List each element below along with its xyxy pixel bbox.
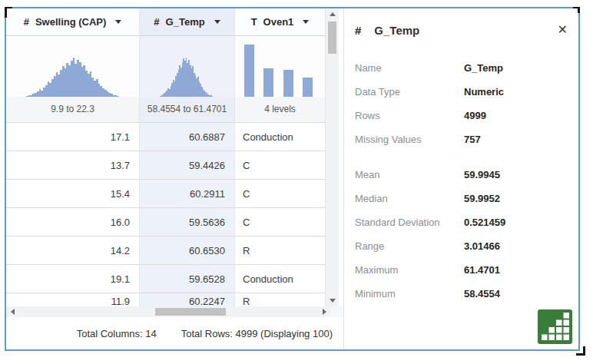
table-cell[interactable]: C: [235, 208, 325, 237]
horizontal-scroll-track[interactable]: [18, 306, 318, 317]
stat-group: NameG_TempData TypeNumericRows4999Missin…: [355, 56, 572, 151]
column-cells: ConductionCCCRConductionR: [235, 123, 325, 306]
stat-label: Data Type: [355, 86, 464, 98]
column-header[interactable]: #G_Temp: [140, 8, 234, 36]
histogram-chart-icon[interactable]: [538, 309, 572, 344]
column-header[interactable]: #Swelling (CAP): [6, 8, 139, 36]
table-cell[interactable]: 14.2: [6, 237, 139, 265]
column-range-label: 9.9 to 22.3: [6, 97, 139, 123]
text-type-icon: T: [251, 16, 257, 28]
column-label: Swelling (CAP): [35, 16, 106, 28]
crop-handle-top-left: [5, 7, 12, 18]
stat-label: Standard Deviation: [355, 217, 464, 228]
horizontal-scrollbar[interactable]: [6, 306, 343, 317]
stat-label: Range: [355, 240, 464, 252]
table-cell[interactable]: 15.4: [6, 180, 139, 208]
table-cell[interactable]: C: [235, 180, 325, 208]
table-cell[interactable]: 16.0: [6, 208, 139, 237]
down-triangle-icon: [330, 299, 336, 303]
scroll-up-arrow[interactable]: [326, 8, 339, 20]
column-histogram[interactable]: [235, 36, 325, 98]
histogram-bar: [283, 70, 293, 98]
panel-title: G_Temp: [374, 24, 419, 37]
column-histogram[interactable]: [140, 36, 234, 98]
column-label: Oven1: [263, 16, 294, 28]
stat-value: 4999: [464, 110, 486, 121]
stat-label: Mean: [355, 169, 464, 180]
stat-label: Maximum: [355, 264, 464, 276]
close-icon[interactable]: ✕: [558, 24, 568, 36]
stat-row: Mean59.9945: [355, 163, 572, 187]
table-cell[interactable]: 19.1: [6, 265, 139, 293]
table-cell[interactable]: 60.6530: [140, 237, 234, 265]
stat-value: Numeric: [464, 86, 504, 98]
column-detail-panel: # G_Temp ✕ NameG_TempData TypeNumericRow…: [343, 8, 578, 349]
table-cell[interactable]: 59.5636: [140, 208, 234, 237]
stat-value: 61.4701: [464, 264, 500, 276]
table-cell[interactable]: 13.7: [6, 151, 139, 180]
table-cell[interactable]: 59.6528: [140, 265, 234, 293]
stat-row: Range3.01466: [355, 234, 572, 258]
column-cells: 17.113.715.416.014.219.111.9: [6, 123, 139, 306]
stat-value: G_Temp: [464, 62, 503, 74]
app-window: #Swelling (CAP)9.9 to 22.317.113.715.416…: [0, 0, 593, 364]
grid-columns: #Swelling (CAP)9.9 to 22.317.113.715.416…: [6, 8, 326, 306]
stat-label: Name: [355, 62, 464, 74]
table-cell[interactable]: 11.9: [6, 293, 139, 306]
crop-handle-bottom-right: [576, 346, 585, 356]
column-g-temp: #G_Temp58.4554 to 61.470160.688759.44266…: [140, 8, 235, 306]
table-cell[interactable]: 60.2247: [140, 293, 234, 306]
status-bar: Total Columns: 14 Total Rows: 4999 (Disp…: [6, 317, 343, 349]
numeric-type-icon: #: [355, 24, 361, 37]
stat-row: NameG_Temp: [355, 56, 572, 80]
table-cell[interactable]: 60.2911: [140, 180, 234, 208]
stat-value: 59.9945: [464, 169, 500, 180]
left-triangle-icon: [11, 309, 15, 315]
table-cell[interactable]: Conduction: [235, 123, 325, 151]
scroll-left-arrow[interactable]: [6, 306, 18, 317]
table-cell[interactable]: 60.6887: [140, 123, 234, 151]
data-table-viewer: #Swelling (CAP)9.9 to 22.317.113.715.416…: [5, 7, 580, 351]
total-rows-label: Total Rows: 4999 (Displaying 100): [181, 328, 333, 339]
data-grid: #Swelling (CAP)9.9 to 22.317.113.715.416…: [6, 8, 343, 349]
table-cell[interactable]: R: [235, 237, 325, 265]
stat-value: 58.4554: [464, 288, 500, 299]
scroll-down-arrow[interactable]: [326, 295, 339, 306]
stat-row: Rows4999: [355, 104, 572, 127]
table-cell[interactable]: 17.1: [6, 123, 139, 151]
chevron-down-icon[interactable]: [115, 20, 121, 24]
vertical-scroll-track[interactable]: [326, 20, 339, 295]
table-cell[interactable]: R: [235, 293, 325, 306]
chevron-down-icon[interactable]: [303, 20, 309, 24]
stat-row: Standard Deviation0.521459: [355, 210, 572, 234]
numeric-type-icon: #: [154, 16, 159, 28]
column-header[interactable]: TOven1: [235, 8, 325, 36]
column-oven1: TOven14 levelsConductionCCCRConductionR: [235, 8, 326, 306]
histogram-bar: [244, 45, 254, 97]
stat-label: Median: [355, 193, 464, 204]
table-cell[interactable]: C: [235, 151, 325, 180]
horizontal-scroll-thumb[interactable]: [155, 308, 226, 316]
column-cells: 60.688759.442660.291159.563660.653059.65…: [140, 123, 234, 306]
stat-row: Missing Values757: [355, 127, 572, 151]
column-swelling-cap-: #Swelling (CAP)9.9 to 22.317.113.715.416…: [6, 8, 140, 306]
vertical-scroll-thumb[interactable]: [328, 22, 336, 54]
stat-label: Rows: [355, 110, 464, 121]
chevron-down-icon[interactable]: [214, 20, 220, 24]
table-cell[interactable]: 59.4426: [140, 151, 234, 180]
right-triangle-icon: [323, 309, 326, 315]
panel-header: # G_Temp ✕: [355, 21, 572, 39]
numeric-type-icon: #: [24, 16, 29, 28]
column-label: G_Temp: [166, 16, 205, 28]
stat-value: 59.9952: [464, 193, 500, 204]
scroll-right-arrow[interactable]: [318, 306, 330, 317]
crop-handle-top-right: [573, 7, 580, 13]
stat-row: Maximum61.4701: [355, 258, 572, 282]
scrollbar-corner: [330, 306, 343, 317]
vertical-scrollbar[interactable]: [326, 8, 339, 306]
stat-label: Missing Values: [355, 134, 464, 145]
up-triangle-icon: [330, 12, 336, 16]
table-cell[interactable]: Conduction: [235, 265, 325, 293]
stat-value: 0.521459: [464, 217, 505, 228]
column-histogram[interactable]: [6, 36, 139, 98]
